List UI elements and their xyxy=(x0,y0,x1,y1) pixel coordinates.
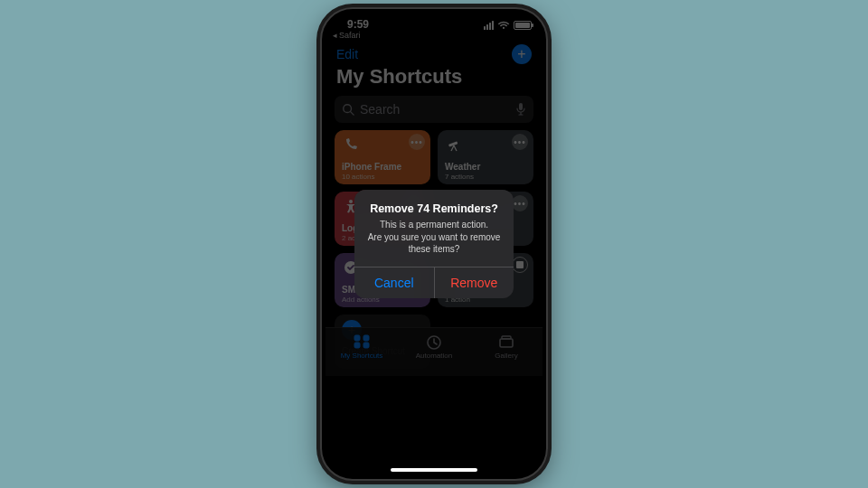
alert-message: This is a permanent action. Are you sure… xyxy=(354,219,514,267)
screen: 9:59 ◂ Safari Edit + My Shortcuts Search xyxy=(326,13,542,475)
remove-button[interactable]: Remove xyxy=(434,267,514,298)
home-indicator[interactable] xyxy=(391,468,477,472)
alert-overlay: Remove 74 Reminders? This is a permanent… xyxy=(326,13,542,475)
alert-buttons: Cancel Remove xyxy=(354,267,514,298)
alert-title: Remove 74 Reminders? xyxy=(354,190,514,219)
cancel-button[interactable]: Cancel xyxy=(354,267,434,298)
notch xyxy=(383,9,485,29)
confirm-dialog: Remove 74 Reminders? This is a permanent… xyxy=(354,190,514,298)
phone-frame: 9:59 ◂ Safari Edit + My Shortcuts Search xyxy=(320,7,548,481)
